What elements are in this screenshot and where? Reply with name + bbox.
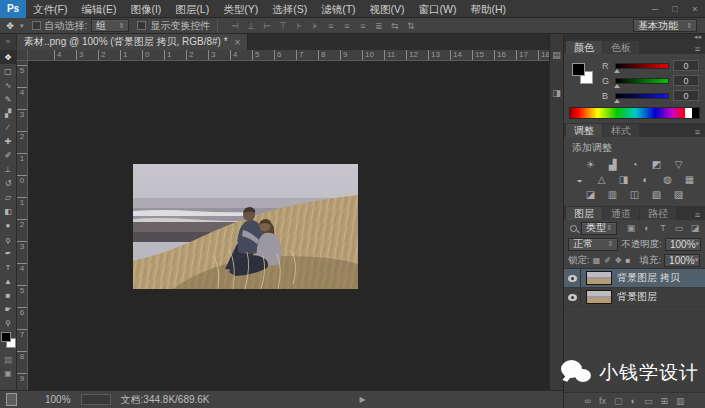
menu-item[interactable]: 编辑(E) <box>74 0 123 18</box>
opacity-dropdown[interactable]: 100% ▾ <box>665 238 701 251</box>
show-transform-checkbox[interactable] <box>137 21 146 30</box>
layer-style-icon[interactable]: fx <box>599 396 606 406</box>
curves-icon[interactable]: ◔ <box>627 158 642 170</box>
slider-thumb-icon[interactable] <box>614 84 620 88</box>
blur-tool[interactable]: ● <box>0 218 17 232</box>
auto-select-dropdown[interactable]: 组 ⇕ <box>91 19 129 32</box>
shape-tool[interactable]: ■ <box>0 288 17 302</box>
hand-tool[interactable]: ☛ <box>0 302 17 316</box>
color-balance-icon[interactable]: △ <box>594 173 609 185</box>
filter-shape-layers-icon[interactable]: ▭ <box>673 223 685 233</box>
adjustment-layer-icon[interactable]: ◐ <box>630 396 635 406</box>
maximize-button[interactable]: □ <box>665 0 685 18</box>
spectrum-black[interactable] <box>692 108 699 118</box>
align-top-edges-icon[interactable]: ⊤ <box>277 21 288 31</box>
distribute-top-icon[interactable]: ≡ <box>325 21 336 31</box>
color-lookup-icon[interactable]: ▦ <box>682 173 697 185</box>
menu-item[interactable]: 类型(Y) <box>216 0 265 18</box>
color-swatches[interactable] <box>0 332 17 354</box>
layer-visibility-toggle[interactable] <box>564 288 581 306</box>
distribute-right-icon[interactable]: ⇅ <box>405 21 416 31</box>
fill-dropdown[interactable]: 100% ▾ <box>664 254 700 267</box>
brightness-contrast-icon[interactable]: ☀ <box>583 158 598 170</box>
channel-slider[interactable] <box>615 78 669 84</box>
new-layer-icon[interactable]: ⊞ <box>660 396 668 406</box>
photo-filter-icon[interactable]: ◐ <box>638 173 653 185</box>
distribute-left-icon[interactable]: ≣ <box>373 21 384 31</box>
foreground-color-swatch[interactable] <box>1 332 11 342</box>
channel-slider[interactable] <box>615 63 669 69</box>
move-tool[interactable]: ✥ <box>0 50 17 64</box>
lock-all-icon[interactable]: ■ <box>626 256 631 265</box>
path-selection-tool[interactable]: ▲ <box>0 274 17 288</box>
menu-item[interactable]: 图层(L) <box>168 0 216 18</box>
eyedropper-tool[interactable]: ∕ <box>0 120 17 134</box>
quick-mask-button[interactable]: 回 <box>0 354 17 367</box>
exposure-icon[interactable]: ◩ <box>649 158 664 170</box>
panel-menu-icon[interactable]: ≡ <box>695 210 700 220</box>
panel-tab[interactable]: 调整 <box>566 124 602 137</box>
align-left-edges-icon[interactable]: ⊣ <box>229 21 240 31</box>
spectrum-gradient[interactable] <box>570 108 685 118</box>
auto-select-checkbox[interactable] <box>32 21 41 30</box>
toolbox-collapse-button[interactable]: » <box>0 34 17 50</box>
layer-name[interactable]: 背景图层 <box>617 290 657 304</box>
lasso-tool[interactable]: ∿ <box>0 78 17 92</box>
align-bottom-edges-icon[interactable]: ⊧ <box>309 21 320 31</box>
link-layers-icon[interactable]: ∞ <box>585 396 591 406</box>
menu-item[interactable]: 帮助(H) <box>464 0 514 18</box>
pen-tool[interactable]: ✒ <box>0 246 17 260</box>
spectrum-white[interactable] <box>685 108 692 118</box>
layer-row[interactable]: 背景图层 <box>564 288 705 307</box>
black-white-icon[interactable]: ◨ <box>616 173 631 185</box>
slider-thumb-icon[interactable] <box>614 99 620 103</box>
color-spectrum-bar[interactable] <box>569 107 700 119</box>
layer-thumbnail[interactable] <box>586 290 612 304</box>
panel-tab[interactable]: 样式 <box>603 124 639 137</box>
panel-tab[interactable]: 色板 <box>603 41 639 54</box>
close-button[interactable]: × <box>685 0 705 18</box>
panel-tab[interactable]: 颜色 <box>566 41 602 54</box>
document-image[interactable] <box>133 164 358 289</box>
channel-mixer-icon[interactable]: ◍ <box>660 173 675 185</box>
channel-value[interactable]: 0 <box>673 60 699 71</box>
distribute-v-centers-icon[interactable]: ≡ <box>341 21 352 31</box>
panel-tab[interactable]: 图层 <box>566 207 602 220</box>
tool-preset-caret-icon[interactable]: ▾ <box>20 22 24 30</box>
history-brush-tool[interactable]: ↺ <box>0 176 17 190</box>
invert-icon[interactable]: ◪ <box>583 188 598 200</box>
posterize-icon[interactable]: ▥ <box>605 188 620 200</box>
align-h-centers-icon[interactable]: ⊥ <box>245 21 256 31</box>
layer-thumbnail[interactable] <box>586 271 612 285</box>
history-panel-icon[interactable]: ▤ <box>552 50 561 60</box>
slider-thumb-icon[interactable] <box>614 69 620 73</box>
status-menu-arrow-icon[interactable]: ▶ <box>360 395 366 404</box>
align-right-edges-icon[interactable]: ⊢ <box>261 21 272 31</box>
align-v-centers-icon[interactable]: ⊦ <box>293 21 304 31</box>
properties-panel-icon[interactable]: ◨ <box>552 88 561 98</box>
layer-name[interactable]: 背景图层 拷贝 <box>617 271 680 285</box>
lock-position-icon[interactable]: ✥ <box>615 256 622 265</box>
distribute-bottom-icon[interactable]: ≡ <box>357 21 368 31</box>
threshold-icon[interactable]: ◫ <box>627 188 642 200</box>
selective-color-icon[interactable]: ▧ <box>649 188 664 200</box>
layer-row[interactable]: 背景图层 拷贝 <box>564 269 705 288</box>
lock-pixels-icon[interactable]: ✐ <box>604 256 611 265</box>
zoom-level[interactable]: 100% <box>45 394 71 405</box>
layer-visibility-toggle[interactable] <box>564 269 581 287</box>
healing-brush-tool[interactable]: ✚ <box>0 134 17 148</box>
layer-group-icon[interactable]: ▭ <box>644 396 653 406</box>
eraser-tool[interactable]: ▱ <box>0 190 17 204</box>
close-tab-icon[interactable]: × <box>235 37 241 48</box>
filter-adjustment-layers-icon[interactable]: ◐ <box>641 223 653 233</box>
minimize-button[interactable]: ─ <box>645 0 665 18</box>
zoom-tool[interactable]: ⚲ <box>0 316 17 330</box>
screen-mode-button[interactable]: ▣ <box>0 367 17 380</box>
canvas-area[interactable] <box>28 61 549 390</box>
channel-value[interactable]: 0 <box>673 75 699 86</box>
type-tool[interactable]: T <box>0 260 17 274</box>
dodge-tool[interactable]: ϙ <box>0 232 17 246</box>
brush-tool[interactable]: ✐ <box>0 148 17 162</box>
channel-slider[interactable] <box>615 93 669 99</box>
panel-menu-icon[interactable]: ≡ <box>695 127 700 137</box>
